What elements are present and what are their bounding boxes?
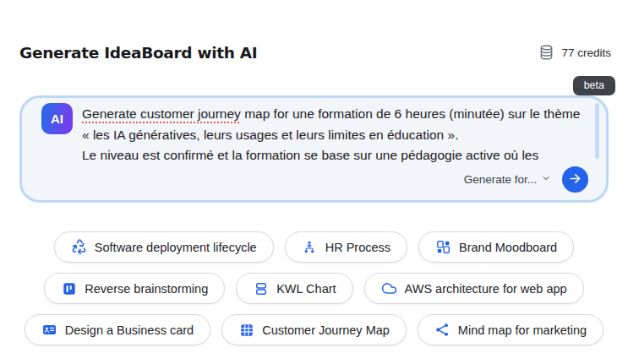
cloud-icon xyxy=(381,280,397,296)
suggestion-chip-brand-moodboard[interactable]: Brand Moodboard xyxy=(418,231,574,263)
beta-badge: beta xyxy=(573,76,615,95)
ai-badge: AI xyxy=(41,103,73,134)
share-network-icon xyxy=(434,322,451,338)
suggestion-chip-label: Mind map for marketing xyxy=(458,323,587,337)
suggestion-chip-aws-architecture-for-web-app[interactable]: AWS architecture for web app xyxy=(364,273,584,304)
prompt-text-line1: map for une formation de 6 heures (minut… xyxy=(241,106,580,121)
suggestion-chip-design-a-business-card[interactable]: Design a Business card xyxy=(25,314,210,345)
suggestion-chip-label: KWL Chart xyxy=(276,282,336,296)
table-grid-icon xyxy=(238,322,254,338)
suggestion-chip-label: Customer Journey Map xyxy=(262,323,390,337)
generate-for-dropdown[interactable]: Generate for... xyxy=(464,173,551,186)
arrow-right-icon xyxy=(568,171,582,188)
suggestion-chip-label: Reverse brainstorming xyxy=(85,282,208,296)
generate-for-label: Generate for... xyxy=(464,173,537,186)
suggestion-chip-customer-journey-map[interactable]: Customer Journey Map xyxy=(221,314,407,345)
prompt-actions: Generate for... xyxy=(464,166,588,193)
suggestion-chip-software-deployment-lifecycle[interactable]: Software deployment lifecycle xyxy=(54,231,274,263)
suggestion-chip-label: Brand Moodboard xyxy=(459,241,557,254)
suggestion-chip-row: Design a Business cardCustomer Journey M… xyxy=(25,314,603,345)
suggestion-chip-mind-map-for-marketing[interactable]: Mind map for marketing xyxy=(418,314,603,345)
kanban-board-icon xyxy=(61,280,77,296)
suggestion-chips: Software deployment lifecycleHR ProcessB… xyxy=(0,231,628,345)
prompt-text-spellchecked: Generate customer journey xyxy=(82,106,241,121)
stacked-rows-icon xyxy=(253,280,269,296)
credits-label: 77 credits xyxy=(561,46,611,59)
prompt-text-line3: Le niveau est confirmé et la formation s… xyxy=(82,148,538,162)
recycle-icon xyxy=(71,239,87,255)
suggestion-chip-row: Reverse brainstormingKWL ChartAWS archit… xyxy=(44,273,583,304)
prompt-input[interactable]: Generate customer journey map for une fo… xyxy=(82,104,581,166)
coins-stack-icon xyxy=(538,44,555,62)
org-chart-icon xyxy=(302,239,318,255)
suggestion-chip-label: Design a Business card xyxy=(65,323,194,337)
prompt-scrollbar[interactable] xyxy=(595,103,599,159)
page-title: Generate IdeaBoard with AI xyxy=(19,44,257,62)
chevron-down-icon xyxy=(541,173,551,186)
suggestion-chip-reverse-brainstorming[interactable]: Reverse brainstorming xyxy=(44,273,225,304)
suggestion-chip-kwl-chart[interactable]: KWL Chart xyxy=(236,273,352,304)
credits-counter: 77 credits xyxy=(538,44,611,62)
business-card-icon xyxy=(41,322,57,338)
ai-prompt-box: AI Generate customer journey map for une… xyxy=(19,95,609,203)
suggestion-chip-label: Software deployment lifecycle xyxy=(95,241,257,254)
suggestion-chip-label: HR Process xyxy=(325,241,390,254)
suggestion-chip-label: AWS architecture for web app xyxy=(405,282,567,296)
suggestion-chip-hr-process[interactable]: HR Process xyxy=(285,231,407,263)
header: Generate IdeaBoard with AI 77 credits xyxy=(19,44,611,62)
submit-button[interactable] xyxy=(562,166,588,193)
prompt-text-line2: « les IA génératives, leurs usages et le… xyxy=(82,128,458,142)
suggestion-chip-row: Software deployment lifecycleHR ProcessB… xyxy=(54,231,574,263)
layout-moodboard-icon xyxy=(435,239,451,255)
